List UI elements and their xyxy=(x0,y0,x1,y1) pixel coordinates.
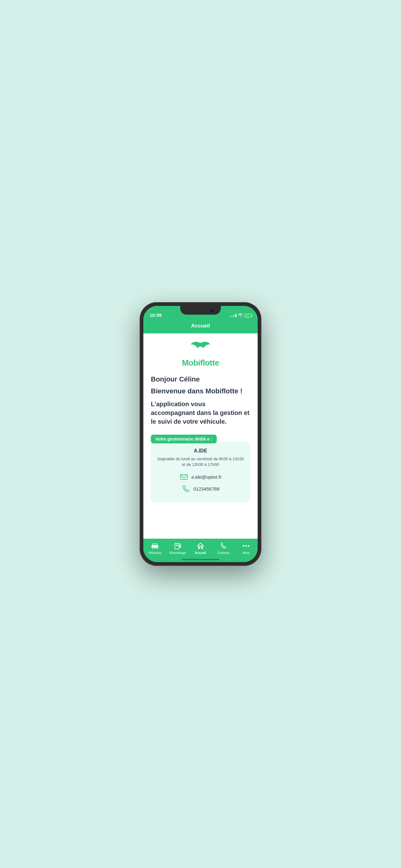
nav-kilometrage[interactable]: Kilométrage xyxy=(166,539,189,556)
greeting-text: Bonjour Céline xyxy=(151,375,250,383)
phone-row[interactable]: 0123456789 xyxy=(156,484,245,493)
email-icon xyxy=(179,472,188,481)
bottom-nav: Véhicules Kilométrage xyxy=(143,539,258,562)
svg-point-0 xyxy=(199,343,202,345)
app-header: Accueil xyxy=(143,320,258,333)
manager-section: Votre gestionnaire dédié.e : A.IDE Joign… xyxy=(151,435,250,502)
app-description: L'application vous accompagnant dans la … xyxy=(151,400,250,426)
phone-frame: 10:59 xyxy=(140,302,261,566)
svg-point-9 xyxy=(243,545,244,547)
nav-kilometrage-label: Kilométrage xyxy=(169,551,186,555)
nav-more-label: More xyxy=(243,551,250,555)
wifi-icon xyxy=(238,313,243,318)
dots-icon xyxy=(242,542,250,550)
status-time: 10:59 xyxy=(149,312,162,318)
nav-vehicules-label: Véhicules xyxy=(148,551,162,555)
manager-hours: Joignable du lundi au vendredi de 8h30 à… xyxy=(156,456,245,467)
svg-rect-1 xyxy=(180,475,188,479)
manager-email: a.ide@optixt.fr xyxy=(192,474,222,479)
nav-vehicules[interactable]: Véhicules xyxy=(143,539,166,556)
notch xyxy=(180,306,221,315)
email-row[interactable]: a.ide@optixt.fr xyxy=(156,472,245,481)
nav-accueil-label: Accueil xyxy=(195,551,206,555)
logo-section: Mobiflotte xyxy=(151,340,250,368)
car-icon xyxy=(151,542,159,550)
svg-rect-5 xyxy=(154,544,156,545)
nav-contacts[interactable]: Contacts xyxy=(212,539,235,556)
home-icon xyxy=(196,542,205,550)
logo-text: Mobiflotte xyxy=(182,358,219,368)
battery-icon xyxy=(244,314,252,317)
nav-accueil[interactable]: Accueil xyxy=(189,539,212,556)
fuel-icon xyxy=(174,542,182,550)
main-content: Mobiflotte Bonjour Céline Bienvenue dans… xyxy=(143,333,258,539)
welcome-title: Bienvenue dans Mobiflotte ! xyxy=(151,387,250,395)
svg-point-3 xyxy=(152,548,154,549)
home-indicator xyxy=(182,559,219,560)
nav-more[interactable]: More xyxy=(235,539,258,556)
nav-contacts-label: Contacts xyxy=(217,551,229,555)
contacts-phone-icon xyxy=(219,542,227,550)
signal-icon xyxy=(230,314,236,317)
svg-rect-8 xyxy=(176,545,178,546)
svg-point-10 xyxy=(245,545,247,547)
svg-point-4 xyxy=(156,548,157,549)
manager-badge: Votre gestionnaire dédié.e : xyxy=(151,435,217,443)
manager-phone: 0123456789 xyxy=(193,486,219,492)
mobiflotte-logo-icon xyxy=(188,340,213,357)
header-title: Accueil xyxy=(191,323,210,329)
phone-screen: 10:59 xyxy=(143,306,258,562)
manager-card: A.IDE Joignable du lundi au vendredi de … xyxy=(151,442,250,502)
phone-icon xyxy=(181,484,190,493)
svg-point-11 xyxy=(248,545,249,547)
manager-name: A.IDE xyxy=(156,448,245,454)
status-icons xyxy=(230,313,252,318)
